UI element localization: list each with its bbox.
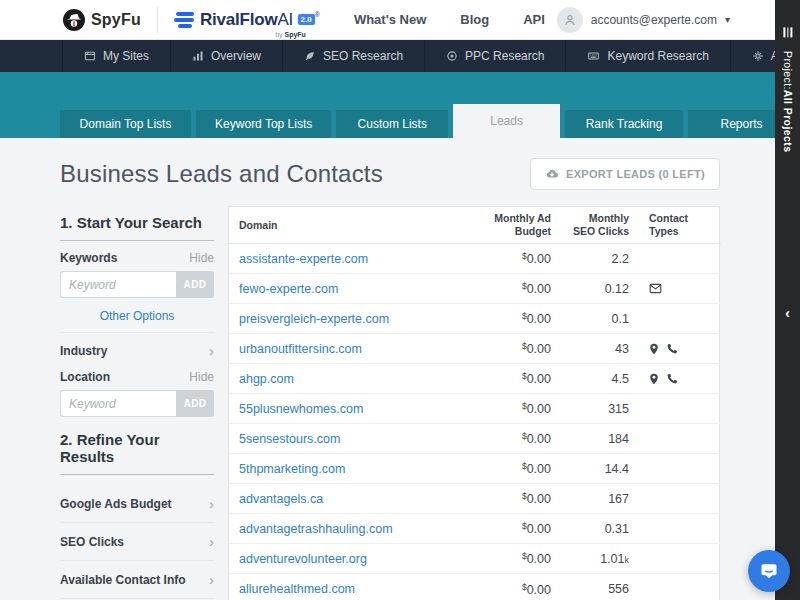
table-row: allurehealthmed.com$0.00556	[229, 574, 721, 600]
clicks-cell: 0.31	[561, 514, 639, 544]
table-row: 5sensestours.com$0.00184	[229, 424, 721, 454]
domain-link[interactable]: allurehealthmed.com	[239, 582, 355, 596]
keywords-input[interactable]	[60, 271, 176, 298]
leaf-icon	[304, 50, 316, 62]
nav-item-ppc-research[interactable]: PPC Research	[425, 40, 566, 72]
contact-types-cell	[639, 424, 721, 454]
domain-link[interactable]: 5sensestours.com	[239, 432, 340, 446]
clicks-cell: 0.12	[561, 274, 639, 304]
tab-domain-top-lists[interactable]: Domain Top Lists	[60, 110, 191, 138]
table-row: fewo-experte.com$0.000.12	[229, 274, 721, 304]
filter-seo-clicks[interactable]: SEO Clicks ›	[60, 523, 214, 561]
rivalflow-logo[interactable]: RivalFlowAI 2.0® by SpyFu	[174, 10, 320, 30]
contact-types-cell	[639, 364, 721, 394]
domain-link[interactable]: adventurevolunteer.org	[239, 552, 367, 566]
budget-cell: $0.00	[451, 334, 561, 364]
budget-cell: $0.00	[451, 454, 561, 484]
spyfu-logo[interactable]: SpyFu	[62, 8, 141, 32]
chart-icon	[192, 50, 204, 62]
domain-link[interactable]: fewo-experte.com	[239, 282, 338, 296]
project-selector[interactable]: Project:All Projects	[782, 51, 794, 152]
contact-types-cell	[639, 274, 721, 304]
contact-types-cell	[639, 484, 721, 514]
top-bar: SpyFu RivalFlowAI 2.0® by SpyFu What's N…	[0, 0, 800, 40]
budget-cell: $0.00	[451, 514, 561, 544]
leads-table-card: Domain Monthly Ad Budget Monthly SEO Cli…	[228, 206, 720, 600]
contact-types-cell	[639, 334, 721, 364]
version-badge: 2.0	[298, 14, 315, 25]
project-rail[interactable]: Project:All Projects ‹	[775, 0, 800, 600]
chevron-down-icon: ▾	[725, 14, 730, 25]
chat-launcher-button[interactable]	[748, 550, 790, 592]
blog-link[interactable]: Blog	[460, 12, 489, 27]
domain-link[interactable]: advantagetrashhauling.com	[239, 522, 393, 536]
rivalflow-wordmark: RivalFlowAI 2.0® by SpyFu	[200, 10, 320, 30]
contact-types-cell	[639, 574, 721, 600]
hamburger-icon[interactable]	[783, 27, 792, 37]
keywords-add-button[interactable]: ADD	[176, 271, 214, 298]
nav-item-my-sites[interactable]: My Sites	[62, 40, 171, 72]
contact-types-cell	[639, 244, 721, 274]
industry-filter[interactable]: Industry ›	[60, 332, 214, 368]
budget-cell: $0.00	[451, 394, 561, 424]
leads-table: Domain Monthly Ad Budget Monthly SEO Cli…	[229, 207, 721, 600]
keywords-hide-link[interactable]: Hide	[189, 251, 214, 265]
nav-item-keyword-research[interactable]: Keyword Research	[566, 40, 730, 72]
api-link[interactable]: API	[523, 12, 545, 27]
export-leads-button[interactable]: EXPORT LEADS (0 LEFT)	[530, 158, 720, 190]
topbar-divider	[157, 7, 158, 33]
budget-cell: $0.00	[451, 574, 561, 600]
nav-item-seo-research[interactable]: SEO Research	[283, 40, 425, 72]
clicks-cell: 556	[561, 574, 639, 600]
whats-new-link[interactable]: What's New	[354, 12, 426, 27]
chat-bubble-icon	[759, 561, 779, 581]
domain-link[interactable]: advantagels.ca	[239, 492, 323, 506]
table-row: 5thpmarketing.com$0.0014.4	[229, 454, 721, 484]
contact-types-cell	[639, 544, 721, 574]
main-content: Business Leads and Contacts EXPORT LEADS…	[0, 138, 800, 600]
other-options-link[interactable]: Other Options	[60, 309, 214, 323]
account-menu[interactable]: accounts@experte.com ▾	[557, 7, 730, 33]
tab-leads[interactable]: Leads	[453, 104, 560, 138]
domain-link[interactable]: preisvergleich-experte.com	[239, 312, 389, 326]
keyboard-icon	[587, 50, 600, 62]
column-header-domain: Domain	[229, 207, 451, 244]
filter-available-contact-info[interactable]: Available Contact Info ›	[60, 561, 214, 599]
nav-item-overview[interactable]: Overview	[171, 40, 283, 72]
window-icon	[84, 50, 96, 62]
sub-nav-band: Domain Top Lists Keyword Top Lists Custo…	[0, 72, 800, 138]
table-row: advantagetrashhauling.com$0.000.31	[229, 514, 721, 544]
budget-cell: $0.00	[451, 304, 561, 334]
clicks-cell: 184	[561, 424, 639, 454]
spyfu-logo-text: SpyFu	[91, 11, 141, 29]
location-label: Location	[60, 370, 110, 384]
location-icon	[649, 343, 659, 355]
contact-types-cell	[639, 304, 721, 334]
clicks-cell: 315	[561, 394, 639, 424]
tab-custom-lists[interactable]: Custom Lists	[336, 110, 448, 138]
domain-link[interactable]: assistante-experte.com	[239, 252, 368, 266]
budget-cell: $0.00	[451, 274, 561, 304]
tab-rank-tracking[interactable]: Rank Tracking	[565, 110, 683, 138]
location-hide-link[interactable]: Hide	[189, 370, 214, 384]
filter-google-ads-budget[interactable]: Google Ads Budget ›	[60, 485, 214, 523]
clicks-cell: 14.4	[561, 454, 639, 484]
section-title-refine-results: 2. Refine Your Results	[60, 431, 214, 475]
domain-link[interactable]: 5thpmarketing.com	[239, 462, 345, 476]
location-add-button[interactable]: ADD	[176, 390, 214, 417]
topbar-links: What's New Blog API	[354, 12, 545, 27]
domain-link[interactable]: 55plusnewhomes.com	[239, 402, 363, 416]
location-input[interactable]	[60, 390, 176, 417]
sparkle-icon	[752, 50, 764, 62]
location-icon	[649, 373, 659, 385]
table-row: assistante-experte.com$0.002.2	[229, 244, 721, 274]
tab-keyword-top-lists[interactable]: Keyword Top Lists	[196, 110, 332, 138]
keywords-label: Keywords	[60, 251, 117, 265]
domain-link[interactable]: urbanoutfittersinc.com	[239, 342, 362, 356]
budget-cell: $0.00	[451, 424, 561, 454]
chevron-left-icon[interactable]: ‹	[775, 305, 800, 321]
clicks-cell: 167	[561, 484, 639, 514]
main-nav: My Sites Overview SEO Research PPC Resea…	[0, 40, 800, 72]
domain-link[interactable]: ahgp.com	[239, 372, 294, 386]
budget-cell: $0.00	[451, 484, 561, 514]
